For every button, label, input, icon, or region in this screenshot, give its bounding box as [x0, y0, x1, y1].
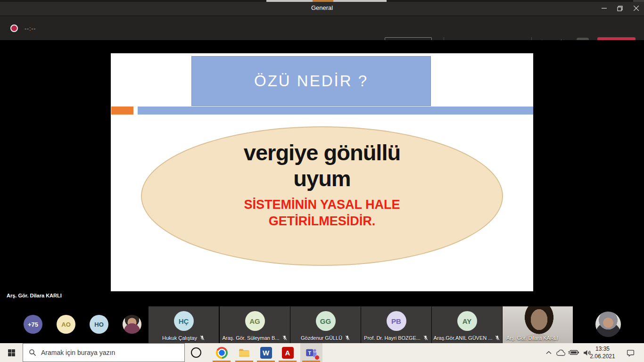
recording-indicator-icon [10, 25, 18, 32]
mic-muted-icon [495, 335, 500, 341]
tray-time: 13:35 [587, 345, 618, 353]
ellipse-text-line3: SİSTEMİNİN YASAL HALE [244, 197, 400, 213]
battery-icon [568, 349, 580, 356]
participant-tile[interactable]: GG Gözdenur GÜLLÜ [290, 306, 361, 343]
action-center-icon [627, 349, 635, 357]
taskbar-search[interactable] [23, 343, 185, 362]
slide-title-box: ÖZÜ NEDİR ? [191, 56, 431, 106]
tray-date: 2.06.2021 [587, 353, 618, 360]
taskbar-teams-button[interactable]: T [300, 343, 322, 362]
ellipse-text-line2: uyum [293, 165, 350, 191]
participant-tile[interactable]: AY Araş.Gör.ANIL GÜVEN ... [432, 306, 502, 343]
participant-photo-avatar[interactable] [595, 312, 621, 337]
participant-filmstrip: +75 AO HO HÇ Hukuk Çalıştay AG Araş. Gör… [0, 306, 644, 343]
meeting-toolbar: --:-- Denetim iste ••• Ayrıl [0, 16, 644, 40]
participant-avatar: AY [457, 311, 477, 331]
chevron-up-icon [546, 351, 552, 354]
chrome-icon [216, 347, 228, 359]
onedrive-icon [556, 349, 566, 356]
participant-avatar[interactable]: AO [57, 315, 75, 334]
file-explorer-icon [238, 347, 250, 358]
participant-avatar: AG [245, 311, 265, 331]
tray-clock[interactable]: 13:35 2.06.2021 [587, 345, 618, 360]
window-title: General [0, 4, 644, 11]
tray-onedrive-button[interactable] [555, 343, 566, 362]
participant-name: Araş.Gör.ANIL GÜVEN ... [434, 335, 493, 341]
taskbar-chrome-button[interactable] [211, 343, 232, 362]
slide-accent-bar-orange [111, 107, 133, 115]
search-input[interactable] [41, 349, 168, 356]
participant-tile[interactable]: AG Araş. Gör. Süleyman B... [220, 306, 290, 343]
taskbar-acrobat-button[interactable]: A [277, 343, 298, 362]
slide-accent-bar-blue [138, 107, 533, 115]
cortana-button[interactable] [191, 347, 201, 358]
action-center-button[interactable] [624, 343, 636, 362]
acrobat-icon: A [282, 347, 294, 359]
mic-muted-icon [282, 335, 288, 341]
meeting-timer: --:-- [25, 25, 36, 32]
word-icon: W [260, 347, 272, 359]
restore-button[interactable] [612, 2, 628, 15]
slide-ellipse-shape: vergiye gönüllü uyum SİSTEMİNİN YASAL HA… [141, 126, 503, 266]
minimize-button[interactable] [596, 2, 612, 15]
svg-text:T: T [308, 350, 312, 355]
participant-avatar: PB [387, 311, 406, 331]
windows-start-icon [8, 349, 16, 357]
taskbar-file-explorer-button[interactable] [233, 343, 255, 362]
ellipse-text-line4: GETİRİLMESİDİR. [269, 213, 376, 230]
ellipse-text-line1: vergiye gönüllü [244, 140, 400, 165]
presentation-stage: ÖZÜ NEDİR ? vergiye gönüllü uyum SİSTEMİ… [0, 40, 644, 306]
participant-tile[interactable]: PB Prof. Dr. Hayri BOZGE... [361, 306, 431, 343]
window-titlebar: General [0, 0, 644, 16]
participant-name: Hukuk Çalıştay [162, 335, 197, 341]
teams-meeting-window: General --:-- Denetim iste ••• [0, 0, 644, 362]
start-button[interactable] [0, 343, 23, 362]
notification-badge [314, 355, 320, 360]
mic-muted-icon [199, 335, 205, 341]
shared-slide: ÖZÜ NEDİR ? vergiye gönüllü uyum SİSTEMİ… [111, 53, 533, 291]
participant-photo-avatar[interactable] [123, 315, 141, 334]
search-icon [29, 349, 36, 356]
mic-muted-icon [423, 335, 429, 341]
mic-muted-icon [345, 335, 350, 341]
participant-tile[interactable]: HÇ Hukuk Çalıştay [149, 306, 219, 343]
participant-name: Prof. Dr. Hayri BOZGE... [364, 335, 421, 341]
participant-video-tile[interactable]: Arş. Gör. Dilara KARLI [503, 306, 573, 343]
tray-show-hidden-icons-button[interactable] [545, 343, 553, 362]
restore-icon [617, 6, 623, 11]
minimize-icon [602, 6, 607, 11]
participant-name: Arş. Gör. Dilara KARLI [506, 335, 558, 341]
close-button[interactable] [628, 2, 644, 15]
windows-taskbar: W A T 13:35 2.06.2021 [0, 343, 644, 362]
close-icon [634, 6, 639, 11]
participant-name: Araş. Gör. Süleyman B... [222, 335, 279, 341]
participant-avatar: HÇ [174, 311, 194, 331]
participant-avatar: GG [316, 311, 336, 331]
participant-avatar[interactable]: HO [90, 315, 108, 334]
participant-name: Gözdenur GÜLLÜ [301, 335, 342, 341]
slide-title: ÖZÜ NEDİR ? [254, 72, 368, 90]
background-window-edge-orange [313, 0, 333, 2]
overflow-participants-badge[interactable]: +75 [24, 315, 42, 334]
tray-battery-button[interactable] [567, 343, 580, 362]
presenter-name-label: Arş. Gör. Dilara KARLI [7, 293, 62, 298]
taskbar-word-button[interactable]: W [255, 343, 277, 362]
